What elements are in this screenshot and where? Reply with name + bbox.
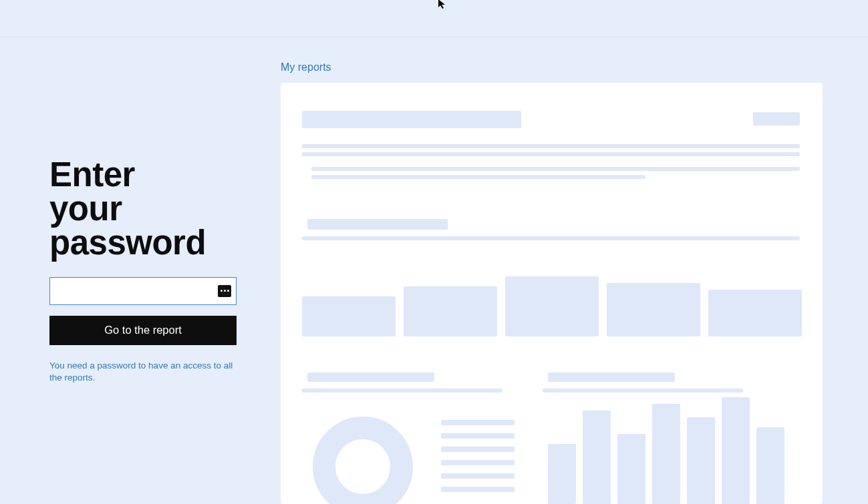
skeleton-block [302, 111, 521, 128]
skeleton-block [441, 433, 515, 439]
skeleton-block [687, 417, 715, 504]
skeleton-block [543, 389, 743, 393]
skeleton-block [441, 420, 515, 425]
skeleton-block [652, 404, 680, 504]
skeleton-block [311, 167, 800, 171]
go-to-report-button[interactable]: Go to the report [49, 316, 237, 345]
skeleton-block [583, 411, 611, 504]
skeleton-block [441, 460, 515, 465]
my-reports-link[interactable]: My reports [281, 61, 823, 73]
skeleton-donut [313, 417, 413, 504]
skeleton-block [404, 286, 497, 336]
skeleton-block [302, 236, 800, 240]
skeleton-block [441, 447, 515, 452]
skeleton-block [311, 175, 645, 179]
heading-line-3: password [49, 224, 206, 262]
password-panel: Enter your password Go to the report You… [0, 37, 281, 504]
top-bar [0, 0, 868, 37]
password-dots-icon[interactable] [218, 285, 231, 297]
skeleton-block [302, 296, 396, 336]
skeleton-block [607, 283, 700, 336]
skeleton-block [441, 487, 515, 492]
heading-line-2: your [49, 190, 122, 228]
heading-line-1: Enter [49, 156, 135, 194]
report-preview [281, 83, 823, 504]
skeleton-block [753, 112, 800, 125]
skeleton-block [302, 152, 800, 156]
skeleton-block [307, 219, 448, 230]
skeleton-block [548, 444, 576, 504]
skeleton-block [302, 144, 800, 148]
skeleton-block [302, 389, 502, 393]
skeleton-block [617, 434, 645, 504]
report-preview-panel: My reports [281, 37, 868, 504]
skeleton-block [756, 427, 784, 504]
skeleton-block [441, 473, 515, 479]
password-field-wrapper [49, 277, 237, 305]
skeleton-block [307, 372, 434, 382]
helper-text: You need a password to have an access to… [49, 360, 237, 384]
password-input[interactable] [49, 277, 237, 305]
skeleton-block [708, 290, 802, 336]
skeleton-block [505, 276, 599, 336]
page-title: Enter your password [49, 158, 281, 260]
main-content: Enter your password Go to the report You… [0, 37, 868, 504]
skeleton-block [722, 397, 750, 504]
skeleton-block [548, 372, 675, 382]
